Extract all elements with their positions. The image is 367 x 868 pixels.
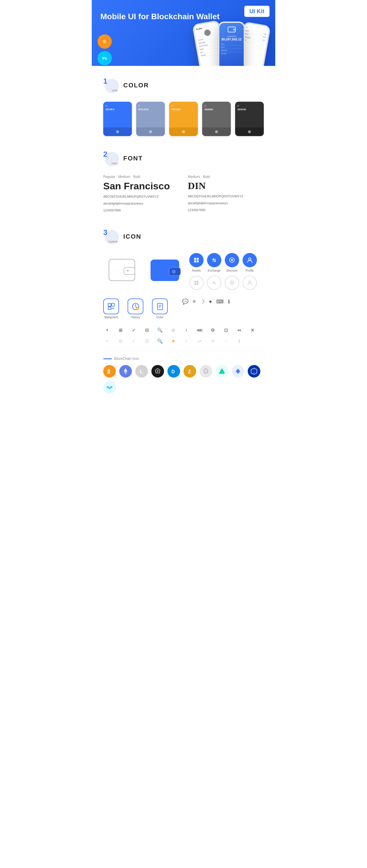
font-section-header: 2 TWO FONT xyxy=(103,150,264,166)
svg-marker-43 xyxy=(124,368,127,372)
search-icon-ghost: 🔍 xyxy=(156,337,164,345)
info-icon-ghost: ℹ xyxy=(235,337,243,345)
din-style-label: Medium · Bold xyxy=(188,175,264,179)
crypto-blue-diamond xyxy=(232,365,244,378)
svg-point-31 xyxy=(249,281,251,283)
share-icon: ⋘ xyxy=(196,326,204,334)
icon-display-row: Assets Exchange Discover xyxy=(103,253,264,290)
crypto-icons-row: ₿ Ł D Z xyxy=(103,365,264,394)
star-icon: ☆ xyxy=(169,326,177,334)
tools-row-1: + ⊞ ✓ ⊟ 🔍 ☆ ‹ ⋘ ⚙ ⊡ ⇔ ✕ xyxy=(103,326,264,334)
svg-point-17 xyxy=(172,270,175,273)
search-icon: 🔍 xyxy=(156,326,164,334)
crypto-bitcoin: ₿ xyxy=(103,365,116,378)
app-icon-management-label: Mangment xyxy=(104,316,118,319)
tool-badges: Ps 60+ Screens xyxy=(97,34,112,66)
svg-marker-51 xyxy=(205,370,207,372)
din-lowercase: abcdefghijklmnopqrstuvwxyz xyxy=(188,200,264,206)
svg-point-13 xyxy=(127,270,129,272)
utility-icons-group: 💬 ≡ ☽ ● ⌨ ℹ xyxy=(182,299,230,319)
font-grid: Regular · Medium · Bold San Francisco AB… xyxy=(103,175,264,214)
svg-rect-26 xyxy=(197,281,198,283)
nav-icon-assets-ghost xyxy=(189,276,204,290)
svg-point-30 xyxy=(231,282,233,284)
check-icon: ✓ xyxy=(130,326,138,334)
nav-icon-exchange-label: Exchange xyxy=(208,269,221,272)
nav-icon-discover-label: Discover xyxy=(227,269,238,272)
svg-rect-12 xyxy=(124,267,135,274)
back-icon-ghost: ‹ xyxy=(182,337,190,345)
utility-icons-row-1: 💬 ≡ ☽ ● ⌨ ℹ xyxy=(182,299,230,305)
svg-rect-32 xyxy=(108,303,111,306)
svg-text:Z: Z xyxy=(188,369,191,374)
svg-rect-19 xyxy=(197,258,199,260)
svg-rect-4 xyxy=(233,29,235,30)
nav-icon-profile-label: Profile xyxy=(246,269,254,272)
app-icon-history-label: History xyxy=(131,316,140,319)
crypto-hex xyxy=(200,365,212,378)
sf-lowercase: abcdefghijklmnopqrstuvwxyz xyxy=(103,201,179,207)
crypto-dark-blue xyxy=(248,365,260,378)
nav-icon-exchange-ghost xyxy=(207,276,221,290)
crypto-zcash: Z xyxy=(184,365,196,378)
tools-row-ghost: + ⊞ ✓ ⊟ 🔍 ★ ‹ ⇌ ✕ → ℹ xyxy=(103,337,264,345)
app-icon-order-label: Order xyxy=(156,316,164,319)
sf-uppercase: ABCDEFGHIJKLMNOPQRSTUVWXYZ xyxy=(103,194,179,200)
din-uppercase: ABCDEFGHIJKLMNOPQRSTUVWXYZ xyxy=(188,194,264,199)
main-content: 1 ONE COLOR #3574FA #8DA0C8 xyxy=(92,66,275,420)
check-icon-ghost: ✓ xyxy=(130,337,138,345)
svg-point-24 xyxy=(249,258,251,260)
section-3-number: 3 THREE xyxy=(103,228,119,244)
color-swatches-grid: #3574FA #8DA0C8 #F5A623 #6 xyxy=(103,102,264,136)
app-icon-order: Order xyxy=(152,299,168,319)
svg-marker-47 xyxy=(157,370,159,372)
din-font-name: DIN xyxy=(188,181,264,191)
svg-rect-27 xyxy=(194,283,196,285)
svg-marker-50 xyxy=(204,368,208,374)
icon-title: ICON xyxy=(123,233,141,240)
color-section: 1 ONE COLOR #3574FA #8DA0C8 xyxy=(103,78,264,136)
share-icon-ghost: ⇌ xyxy=(196,337,204,345)
svg-rect-25 xyxy=(194,281,196,283)
nav-icon-discover: Discover xyxy=(225,253,239,272)
svg-point-23 xyxy=(231,259,233,261)
app-icon-management: Mangment xyxy=(103,299,119,319)
chat-icon: 💬 xyxy=(182,299,188,305)
blockchain-label: BlockChain Icon xyxy=(114,356,139,361)
svg-rect-28 xyxy=(197,283,198,285)
tools-section: + ⊞ ✓ ⊟ 🔍 ☆ ‹ ⋘ ⚙ ⊡ ⇔ ✕ + ⊞ ✓ ⊟ 🔍 ★ xyxy=(103,326,264,345)
svg-rect-21 xyxy=(197,260,199,262)
clipboard-icon-ghost: ⊞ xyxy=(116,337,124,345)
nav-icon-assets: Assets xyxy=(189,253,204,272)
close-icon: ✕ xyxy=(248,326,256,334)
app-icons-row: Mangment History Orde xyxy=(103,299,264,319)
message-icon: ⌨ xyxy=(216,299,224,305)
hero-phones: Profile Assets Message Real Estate Night… xyxy=(191,22,273,66)
nav-icon-assets-label: Assets xyxy=(192,269,201,272)
back-icon: ‹ xyxy=(182,326,190,334)
sketch-badge xyxy=(97,34,112,49)
svg-text:D: D xyxy=(171,369,175,374)
crypto-litecoin: Ł xyxy=(135,365,148,378)
sf-numbers: 1234567890 xyxy=(103,208,179,213)
phone-2: myWallet $6,297,502.12 BTC ETH WAVES QTU… xyxy=(218,22,245,66)
svg-rect-20 xyxy=(194,260,196,262)
font-title: FONT xyxy=(123,155,143,162)
din-numbers: 1234567890 xyxy=(188,208,264,213)
crypto-dash: D xyxy=(167,365,180,378)
ps-badge: Ps xyxy=(97,51,112,65)
blockchain-label-row: BlockChain Icon xyxy=(103,356,264,361)
crypto-green-tri xyxy=(216,365,228,378)
clipboard-icon: ⊞ xyxy=(116,326,124,334)
swatch-gray: #666666 xyxy=(202,102,231,136)
moon-icon: ☽ xyxy=(200,299,205,305)
nav-icon-profile-ghost xyxy=(243,276,257,290)
sf-font-name: San Francisco xyxy=(103,181,179,192)
swatch-orange: #F5A623 xyxy=(169,102,198,136)
swatch-blue: #3574FA xyxy=(103,102,132,136)
arrow-icon-ghost: → xyxy=(222,337,230,345)
qr-icon-ghost: ⊟ xyxy=(143,337,151,345)
icon-section: 3 THREE ICON xyxy=(103,228,264,394)
blockchain-line xyxy=(103,359,112,359)
swatch-grayblue: #8DA0C8 xyxy=(136,102,165,136)
